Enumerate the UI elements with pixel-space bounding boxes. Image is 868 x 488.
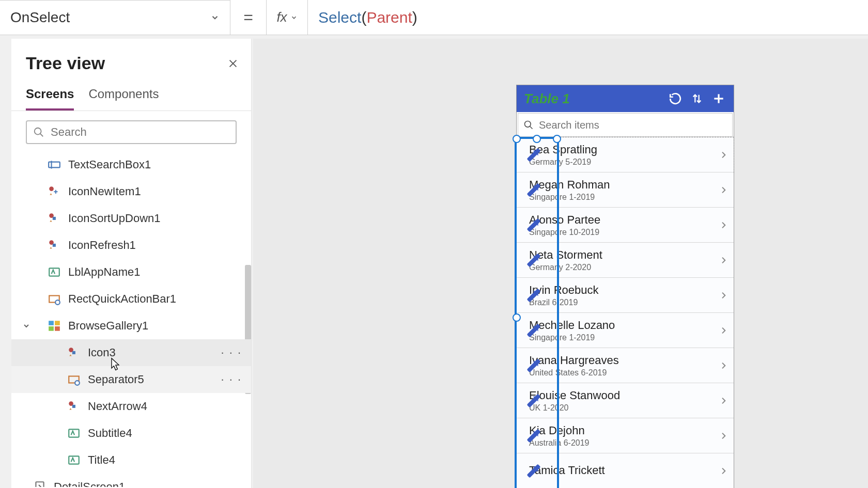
svg-rect-4	[49, 162, 60, 168]
svg-rect-23	[72, 405, 75, 408]
equals-label: =	[230, 0, 267, 35]
svg-point-6	[49, 186, 54, 191]
item-name: Kia Dejohn	[529, 424, 719, 437]
tree-item-subtitle4[interactable]: Subtitle4	[11, 420, 251, 447]
gallery-item[interactable]: Bea Spratling Germany 5-2019	[517, 137, 734, 172]
more-icon[interactable]: · · ·	[221, 346, 242, 359]
tree-item-rectquickactionbar1[interactable]: RectQuickActionBar1	[11, 286, 251, 312]
gallery-item[interactable]: Elouise Stanwood UK 1-2020	[517, 383, 734, 418]
icon-control-icon	[48, 239, 61, 252]
chevron-right-icon	[719, 184, 727, 196]
phone-preview: Table 1 Bea Spratling Germany 5-2019 Meg…	[517, 85, 734, 488]
svg-rect-15	[55, 321, 60, 325]
formula-input[interactable]: Select(Parent)	[308, 0, 868, 35]
tree-item-icon3[interactable]: Icon3 · · ·	[11, 339, 251, 366]
item-subtitle: Singapore 10-2019	[529, 228, 719, 237]
tree-item-label: Title4	[88, 453, 115, 467]
gallery-item[interactable]: Irvin Roebuck Brazil 6-2019	[517, 278, 734, 313]
gallery-item[interactable]: Ivana Hargreaves United States 6-2019	[517, 348, 734, 383]
chevron-down-icon	[290, 14, 298, 21]
tree-item-lblappname1[interactable]: LblAppName1	[11, 259, 251, 286]
svg-rect-17	[55, 326, 60, 331]
item-subtitle: Brazil 6-2019	[529, 298, 719, 307]
svg-point-21	[75, 381, 80, 385]
tree-item-label: TextSearchBox1	[68, 158, 151, 171]
label-icon	[67, 453, 81, 467]
svg-rect-14	[49, 321, 54, 325]
fx-button[interactable]: fx	[267, 0, 308, 35]
add-icon[interactable]	[711, 91, 726, 106]
item-name: Megan Rohman	[529, 178, 719, 192]
gallery-item[interactable]: Megan Rohman Singapore 1-2019	[517, 172, 734, 208]
refresh-icon[interactable]	[668, 91, 683, 106]
icon-control-icon	[67, 400, 81, 413]
tree-item-label: IconNewItem1	[68, 185, 141, 198]
item-subtitle: Germany 5-2019	[529, 158, 719, 167]
gallery-icon	[48, 319, 61, 333]
tree-search-input[interactable]	[51, 125, 229, 139]
tree-item-separator5[interactable]: Separator5 · · ·	[11, 366, 251, 393]
chevron-down-icon[interactable]	[22, 321, 31, 330]
canvas-area[interactable]: Table 1 Bea Spratling Germany 5-2019 Meg…	[253, 39, 868, 488]
tree-item-label: IconRefresh1	[68, 239, 136, 252]
chevron-down-icon	[210, 13, 220, 22]
chevron-right-icon	[719, 360, 727, 371]
gallery-item[interactable]: Neta Storment Germany 2-2020	[517, 243, 734, 278]
svg-point-31	[525, 121, 531, 128]
search-icon	[523, 120, 534, 130]
tree-search[interactable]	[26, 120, 237, 144]
tree-item-iconsortupdown1[interactable]: IconSortUpDown1	[11, 205, 251, 232]
tree-item-label: IconSortUpDown1	[68, 212, 161, 225]
gallery-item[interactable]: Kia Dejohn Australia 6-2019	[517, 418, 734, 453]
icon-control-icon	[48, 212, 61, 225]
tree-item-textsearchbox1[interactable]: TextSearchBox1	[11, 151, 251, 178]
gallery-item[interactable]: Alonso Partee Singapore 10-2019	[517, 208, 734, 243]
gallery-item[interactable]: Tamica Trickett	[517, 453, 734, 488]
search-items-input[interactable]	[539, 119, 727, 131]
tree-list: TextSearchBox1 IconNewItem1 IconSortUpDo…	[11, 151, 251, 487]
text-input-icon	[48, 158, 61, 171]
item-subtitle: United States 6-2019	[529, 368, 719, 377]
search-items-box[interactable]	[518, 113, 733, 137]
icon-control-icon	[67, 346, 81, 359]
rectangle-icon	[67, 373, 81, 386]
chevron-right-icon	[719, 325, 727, 336]
tree-item-nextarrow4[interactable]: NextArrow4	[11, 393, 251, 420]
app-header: Table 1	[517, 85, 734, 112]
chevron-right-icon	[719, 395, 727, 406]
tree-item-label: Icon3	[88, 346, 116, 359]
svg-point-13	[55, 300, 60, 305]
item-name: Tamica Trickett	[529, 464, 719, 477]
item-subtitle: Singapore 1-2019	[529, 333, 719, 342]
chevron-right-icon	[719, 430, 727, 442]
tree-item-browsegallery1[interactable]: BrowseGallery1	[11, 312, 251, 339]
browse-gallery[interactable]: Bea Spratling Germany 5-2019 Megan Rohma…	[517, 137, 734, 488]
tree-item-iconnewitem1[interactable]: IconNewItem1	[11, 178, 251, 205]
chevron-right-icon	[719, 290, 727, 301]
tree-item-label: RectQuickActionBar1	[68, 292, 176, 306]
tree-item-iconrefresh1[interactable]: IconRefresh1	[11, 232, 251, 259]
item-name: Mechelle Lozano	[529, 319, 719, 332]
item-subtitle: UK 1-2020	[529, 403, 719, 413]
tab-components[interactable]: Components	[88, 83, 159, 111]
tree-tabs: Screens Components	[11, 83, 251, 111]
gallery-item[interactable]: Mechelle Lozano Singapore 1-2019	[517, 313, 734, 348]
chevron-right-icon	[719, 219, 727, 231]
more-icon[interactable]: · · ·	[221, 373, 242, 386]
item-subtitle: Singapore 1-2019	[529, 193, 719, 202]
property-dropdown[interactable]: OnSelect	[0, 0, 230, 35]
item-name: Irvin Roebuck	[529, 284, 719, 297]
tree-item-title4[interactable]: Title4	[11, 447, 251, 474]
tab-screens[interactable]: Screens	[26, 83, 74, 111]
sort-icon[interactable]	[689, 91, 705, 106]
app-title: Table 1	[524, 91, 661, 107]
chevron-right-icon[interactable]	[35, 482, 44, 487]
svg-line-32	[530, 127, 533, 129]
tree-item-detailscreen1[interactable]: DetailScreen1	[11, 474, 251, 487]
close-icon[interactable]	[227, 58, 239, 69]
item-name: Neta Storment	[529, 248, 719, 262]
formula-bar: OnSelect = fx Select(Parent)	[0, 0, 868, 35]
svg-rect-16	[49, 326, 54, 331]
tree-item-label: Subtitle4	[88, 427, 132, 440]
tree-item-label: BrowseGallery1	[68, 319, 148, 333]
